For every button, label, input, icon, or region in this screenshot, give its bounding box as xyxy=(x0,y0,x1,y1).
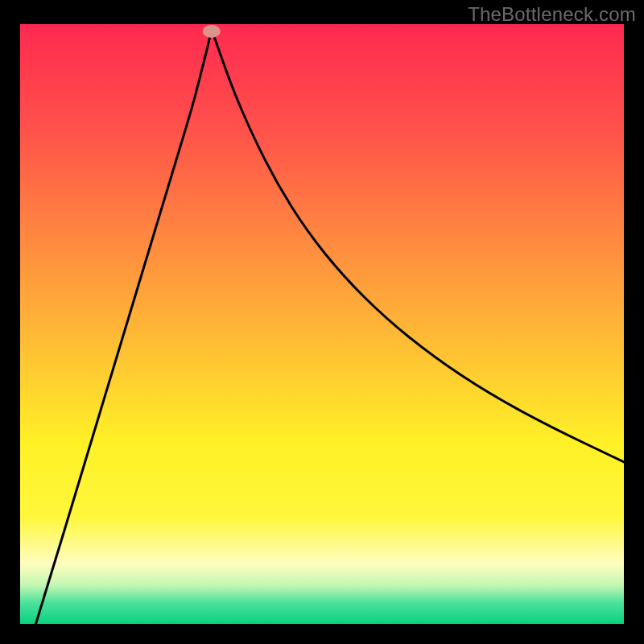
bottleneck-chart xyxy=(0,0,644,644)
chart-frame: TheBottleneck.com xyxy=(0,0,644,644)
plot-background xyxy=(20,24,624,624)
watermark-text: TheBottleneck.com xyxy=(468,3,636,26)
minimum-marker xyxy=(203,25,221,38)
